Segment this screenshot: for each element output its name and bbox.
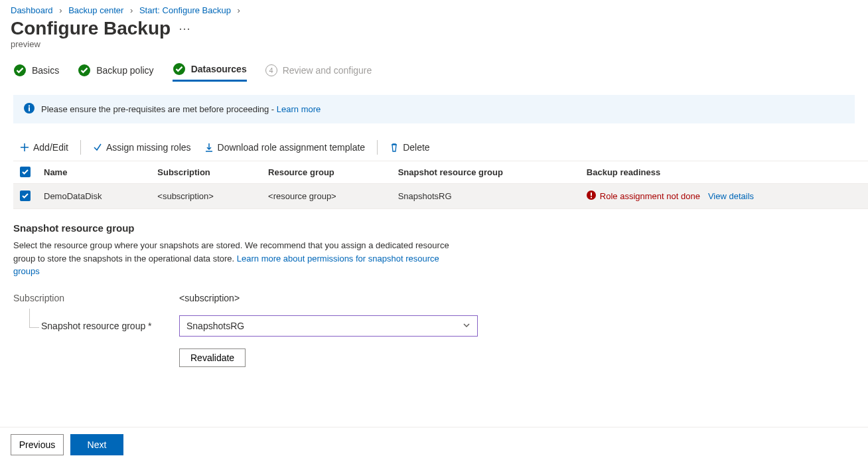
error-icon [587,191,596,202]
breadcrumb-item[interactable]: Start: Configure Backup [139,5,231,15]
col-subscription[interactable]: Subscription [151,161,261,184]
cell-resource-group: <resource group> [261,184,392,209]
snapshot-section-desc: Select the resource group where your sna… [0,239,478,290]
row-checkbox[interactable] [20,191,31,201]
breadcrumb: Dashboard › Backup center › Start: Confi… [0,0,868,18]
revalidate-button[interactable]: Revalidate [179,348,246,367]
info-text: Please ensure the pre-requisites are met… [41,104,277,114]
chevron-right-icon: › [130,5,133,15]
assign-roles-button[interactable]: Assign missing roles [86,138,198,157]
readiness-text: Role assignment not done [600,191,700,201]
check-icon [13,64,27,77]
view-details-link[interactable]: View details [708,191,754,201]
check-icon [78,64,91,77]
check-icon [173,62,186,76]
cell-readiness: Role assignment not done View details [587,191,861,202]
trash-icon [390,143,399,152]
step-number-icon: 4 [265,64,277,76]
svg-rect-5 [29,106,30,107]
step-label: Review and configure [283,65,372,76]
footer-bar: Previous Next [0,427,868,462]
svg-rect-7 [591,193,592,196]
step-review: 4 Review and configure [265,62,372,82]
svg-rect-4 [29,108,30,112]
step-label: Backup policy [96,65,153,76]
more-actions-icon[interactable]: ⋯ [179,21,190,36]
chevron-right-icon: › [238,5,240,15]
toolbar: Add/Edit Assign missing roles Download r… [0,134,868,161]
snapshot-rg-dropdown[interactable]: SnapshotsRG [179,315,478,337]
step-basics[interactable]: Basics [13,62,59,82]
col-name[interactable]: Name [37,161,151,184]
previous-button[interactable]: Previous [11,434,64,455]
next-button[interactable]: Next [70,434,123,455]
step-label: Datasources [191,64,247,74]
snapshot-section-heading: Snapshot resource group [0,209,868,239]
wizard-steps: Basics Backup policy Datasources 4 Revie… [0,62,868,87]
select-all-checkbox[interactable] [20,167,31,177]
step-datasources[interactable]: Datasources [173,62,247,82]
breadcrumb-item[interactable]: Dashboard [11,5,53,15]
col-resource-group[interactable]: Resource group [261,161,392,184]
add-edit-button[interactable]: Add/Edit [13,138,75,157]
cell-snapshot-rg: SnapshotsRG [392,184,580,209]
step-backup-policy[interactable]: Backup policy [78,62,153,82]
tool-label: Add/Edit [33,142,68,153]
snapshot-rg-label: Snapshot resource group * [13,321,179,331]
cell-subscription: <subscription> [151,184,261,209]
check-icon [93,143,102,152]
subscription-label: Subscription [13,293,179,303]
subscription-value: <subscription> [179,293,240,303]
delete-button[interactable]: Delete [383,138,436,157]
separator [80,140,81,155]
col-snapshot-rg[interactable]: Snapshot resource group [392,161,580,184]
chevron-down-icon [463,321,470,331]
table-row[interactable]: DemoDataDisk <subscription> <resource gr… [13,184,868,209]
plus-icon [20,143,29,152]
info-banner: Please ensure the pre-requisites are met… [13,95,855,123]
separator [377,140,378,155]
step-label: Basics [32,65,59,76]
cell-name: DemoDataDisk [37,184,151,209]
page-subtitle: preview [0,39,868,62]
page-title: Configure Backup [11,18,171,39]
breadcrumb-item[interactable]: Backup center [68,5,123,15]
download-icon [204,143,214,152]
download-template-button[interactable]: Download role assignment template [198,138,372,157]
tool-label: Assign missing roles [106,142,191,153]
tool-label: Download role assignment template [218,142,366,153]
svg-rect-8 [591,197,592,198]
chevron-right-icon: › [59,5,62,15]
dropdown-value: SnapshotsRG [186,321,244,331]
info-learn-more-link[interactable]: Learn more [277,104,321,114]
datasource-table: Name Subscription Resource group Snapsho… [13,161,868,209]
table-header-row: Name Subscription Resource group Snapsho… [13,161,868,184]
col-readiness[interactable]: Backup readiness [580,161,868,184]
info-icon [24,103,35,116]
tool-label: Delete [403,142,429,153]
